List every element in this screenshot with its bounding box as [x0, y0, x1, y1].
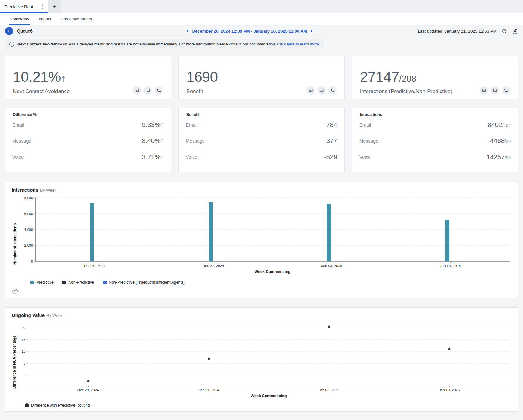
x-tick-label: Jan 03, 2025	[319, 388, 340, 392]
table-row: Message4488/20	[359, 133, 511, 149]
x-axis-labels: Dec 20, 2024Dec 27, 2024Jan 03, 2025Jan …	[28, 386, 510, 393]
chart-subtitle: By Week	[46, 313, 63, 318]
kebab-menu-icon[interactable]	[40, 3, 45, 11]
chart-title-row: InteractionsBy Week	[12, 187, 511, 193]
chart-title-row: Ongoing ValueBy Week	[12, 312, 511, 318]
y-axis-label: Number of Interactions	[13, 198, 17, 265]
legend-label: Predictive	[36, 280, 54, 285]
bar-non-predictive-timeout-insufficient-agents	[453, 261, 455, 261]
zero-line	[28, 375, 510, 375]
email-channel-icon[interactable]	[480, 86, 488, 95]
x-axis-labels: Dec 20, 2024Dec 27, 2024Jan 03, 2025Jan …	[35, 262, 510, 269]
gridline	[36, 198, 510, 198]
legend-label: Non-Predictive [Timeout/Insufficient Age…	[109, 280, 185, 285]
gridline	[28, 363, 510, 363]
bar-group	[327, 198, 337, 261]
bar-non-predictive-timeout-insufficient-agents	[216, 261, 219, 261]
email-channel-icon[interactable]	[306, 86, 315, 95]
legend-item-non-predictive[interactable]: Non-Predictive	[62, 280, 94, 285]
bar-non-predictive-timeout-insufficient-agents	[335, 261, 337, 261]
tab-predictive-model[interactable]: Predictive Model	[56, 13, 97, 25]
y-axis-label: Difference in NCA Percentage	[12, 323, 17, 389]
chart-legend: PredictiveNon-PredictiveNon-Predictive […	[30, 280, 511, 285]
info-icon: i	[9, 42, 14, 47]
chart-title: Interactions	[12, 187, 38, 192]
interactions-detail-card: Interactions Email8402/102 Message4488/2…	[352, 108, 518, 172]
card-title: Difference %	[12, 113, 164, 117]
new-tab-button[interactable]: +	[48, 0, 61, 13]
interactions-chart-card: InteractionsBy Week Number of Interactio…	[5, 182, 518, 298]
bar-non-predictive	[331, 261, 334, 261]
x-tick-label: Dec 27, 2024	[198, 388, 219, 392]
legend-item-predictive[interactable]: Predictive	[30, 280, 54, 285]
table-row: Voice3.71%↑	[12, 149, 164, 165]
browser-tabstrip: Predictive Rout... +	[0, 0, 523, 13]
channel-filter-buttons	[480, 86, 510, 95]
help-icon[interactable]: ?	[12, 289, 18, 294]
bar-predictive	[445, 220, 449, 261]
learn-more-link[interactable]: Click here to learn more.	[277, 42, 320, 46]
predictive-routing-dashboard: Predictive Rout... + Overview Impact Pre…	[0, 0, 523, 420]
tab-overview[interactable]: Overview	[6, 13, 34, 25]
bar-group	[209, 198, 219, 261]
bar-non-predictive-timeout-insufficient-agents	[98, 261, 100, 261]
voice-channel-icon[interactable]	[155, 86, 163, 95]
scatter-plot-area: 05101520	[28, 323, 510, 386]
legend-label: Difference with Predictive Routing	[31, 403, 90, 407]
data-point	[208, 358, 210, 360]
date-range-picker[interactable]: December 20, 2024 12:30 PM - January 16,…	[81, 29, 418, 34]
legend-swatch-square	[103, 281, 107, 284]
message-channel-icon[interactable]	[491, 86, 499, 95]
legend-swatch-circle	[25, 403, 29, 407]
next-date-range-icon[interactable]	[311, 29, 313, 33]
benefit-value: 1690	[186, 69, 336, 84]
nca-value: 10.21%↑	[13, 69, 163, 84]
table-row: Message8.40%↑	[12, 133, 164, 149]
app-tab[interactable]: Predictive Rout...	[0, 0, 48, 13]
bar-non-predictive	[213, 261, 216, 261]
difference-detail-card: Difference % Email9.33%↑ Message8.40%↑ V…	[5, 108, 171, 172]
data-point	[87, 380, 89, 382]
gridline	[28, 328, 510, 328]
legend-item-non-predictive-timeout-insufficient-agents[interactable]: Non-Predictive [Timeout/Insufficient Age…	[103, 280, 185, 285]
banner-text: Next Contact Avoidance NCA is a delayed …	[17, 42, 320, 46]
voice-channel-icon[interactable]	[328, 86, 337, 95]
nca-summary-card: 10.21%↑ Next Contact Avoidance	[5, 56, 171, 99]
up-arrow-icon: ↑	[61, 73, 66, 84]
benefit-detail-card: Benefit Email-784 Message-377 Voice-529	[178, 108, 344, 172]
table-row: Email-784	[186, 117, 337, 133]
back-arrow-icon	[7, 29, 11, 33]
back-button[interactable]	[5, 27, 13, 35]
chart-title: Ongoing Value	[12, 312, 45, 318]
tab-impact[interactable]: Impact	[34, 13, 56, 25]
message-channel-icon[interactable]	[317, 86, 326, 95]
save-icon[interactable]	[512, 28, 518, 34]
benefit-label: Benefit	[186, 88, 203, 95]
summary-cards-row: 10.21%↑ Next Contact Avoidance 1690 Bene…	[5, 56, 518, 99]
table-row: Email9.33%↑	[12, 117, 164, 133]
queue-name: Queue6	[17, 29, 33, 34]
table-row: Voice-529	[186, 149, 337, 165]
date-range-label[interactable]: December 20, 2024 12:30 PM - January 16,…	[192, 29, 307, 34]
plus-icon: +	[53, 3, 56, 10]
refresh-icon[interactable]	[501, 28, 507, 34]
app-tab-title: Predictive Rout...	[4, 4, 40, 9]
gridline	[36, 245, 510, 246]
x-tick-label: Jan 10, 2025	[439, 388, 460, 392]
interactions-summary-card: 27147/208 Interactions (Predictive/Non-P…	[352, 56, 518, 99]
nca-info-banner: i Next Contact Avoidance NCA is a delaye…	[5, 39, 324, 49]
nav-tabs: Overview Impact Predictive Model	[0, 13, 523, 25]
voice-channel-icon[interactable]	[502, 86, 510, 95]
x-tick-label: Dec 20, 2024	[84, 264, 105, 268]
message-channel-icon[interactable]	[144, 86, 152, 95]
x-axis-title: Week Commencing	[28, 394, 510, 398]
detail-cards-row: Difference % Email9.33%↑ Message8.40%↑ V…	[5, 108, 518, 172]
prev-date-range-icon[interactable]	[187, 29, 188, 33]
channel-filter-buttons	[133, 86, 163, 95]
email-channel-icon[interactable]	[133, 86, 141, 95]
card-title: Interactions	[359, 113, 511, 117]
nca-label: Next Contact Avoidance	[13, 88, 70, 95]
bar-group	[90, 198, 100, 261]
legend-item-difference-with-predictive-routing[interactable]: Difference with Predictive Routing	[25, 403, 90, 407]
chart-subtitle: By Week	[40, 188, 56, 192]
